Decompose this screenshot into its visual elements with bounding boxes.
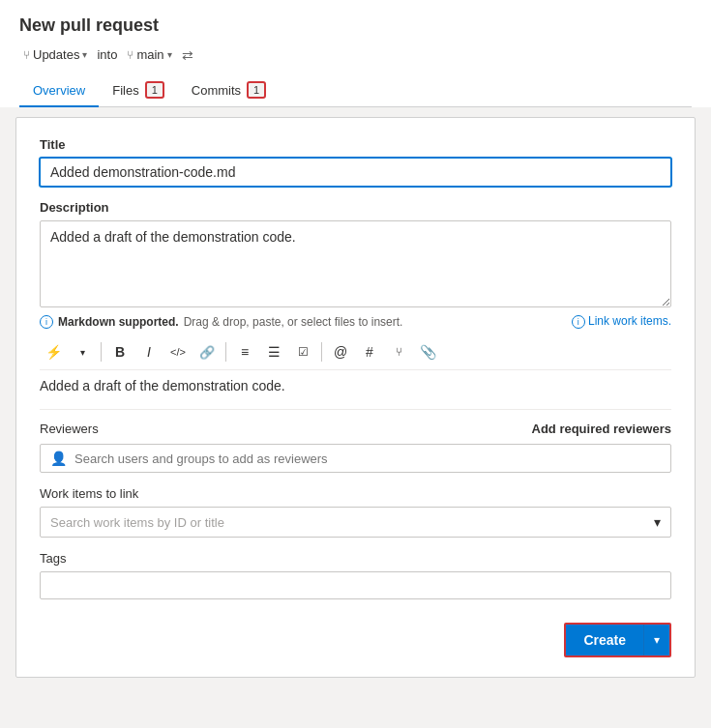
work-items-chevron-icon: ▾ <box>654 514 661 530</box>
work-items-dropdown[interactable]: Search work items by ID or title ▾ <box>40 507 671 538</box>
mention-button[interactable]: @ <box>327 338 354 365</box>
work-items-label: Work items to link <box>40 486 671 501</box>
main-content: Title Description Added a draft of the d… <box>15 117 696 678</box>
source-branch-icon: ⑂ <box>23 48 30 62</box>
bold-button[interactable]: B <box>106 338 133 365</box>
reviewers-label: Reviewers <box>40 422 99 436</box>
ordered-list-button[interactable]: ≡ <box>231 338 258 365</box>
page-title: New pull request <box>19 15 692 36</box>
footer-row: Create ▾ <box>40 623 671 657</box>
tab-files-badge: 1 <box>145 81 164 99</box>
link-button[interactable]: 🔗 <box>193 338 221 365</box>
reviewers-search-row[interactable]: 👤 <box>40 444 671 473</box>
create-button[interactable]: Create <box>566 625 643 655</box>
italic-button[interactable]: I <box>135 338 163 365</box>
tags-input[interactable] <box>40 571 671 599</box>
format-chevron-button[interactable]: ▾ <box>69 338 96 365</box>
into-label: into <box>97 47 117 62</box>
title-input[interactable] <box>40 158 671 187</box>
branch-row: ⑂ Updates ▾ into ⑂ main ▾ ⇄ <box>19 45 692 64</box>
toolbar-separator-2 <box>225 342 226 362</box>
drag-drop-hint: Drag & drop, paste, or select files to i… <box>184 315 403 329</box>
description-textarea[interactable]: Added a draft of the demonstration code. <box>40 220 671 307</box>
tab-files[interactable]: Files 1 <box>99 73 178 106</box>
description-toolbar: ⚡ ▾ B I </> 🔗 ≡ ☰ ☑ @ # ⑂ 📎 <box>40 335 671 370</box>
tab-commits-label: Commits <box>192 83 241 98</box>
target-branch-chevron: ▾ <box>167 49 172 60</box>
tab-overview-label: Overview <box>33 83 85 98</box>
markdown-hint-left: i Markdown supported. Drag & drop, paste… <box>40 315 402 329</box>
tags-label: Tags <box>40 551 671 566</box>
target-branch-label: main <box>136 47 163 62</box>
task-list-button[interactable]: ☑ <box>289 338 316 365</box>
create-dropdown-button[interactable]: ▾ <box>643 625 669 655</box>
add-required-reviewers-link[interactable]: Add required reviewers <box>532 422 672 436</box>
tab-files-label: Files <box>112 83 138 98</box>
section-divider-1 <box>40 409 671 410</box>
target-branch-icon: ⑂ <box>127 48 133 62</box>
title-label: Title <box>40 137 671 152</box>
toolbar-separator-3 <box>321 342 322 362</box>
page-header: New pull request ⑂ Updates ▾ into ⑂ main… <box>0 0 711 107</box>
create-button-group: Create ▾ <box>564 623 671 657</box>
markdown-hint-row: i Markdown supported. Drag & drop, paste… <box>40 314 671 329</box>
source-branch-button[interactable]: ⑂ Updates ▾ <box>19 45 91 64</box>
pull-request-toolbar-icon[interactable]: ⑂ <box>385 338 412 365</box>
unordered-list-button[interactable]: ☰ <box>260 338 287 365</box>
description-preview: Added a draft of the demonstration code. <box>40 378 671 393</box>
reviewers-row: Reviewers Add required reviewers <box>40 422 671 436</box>
markdown-info-icon: i <box>40 315 53 329</box>
tab-commits[interactable]: Commits 1 <box>178 73 280 106</box>
code-button[interactable]: </> <box>164 338 192 365</box>
tab-commits-badge: 1 <box>247 81 266 99</box>
source-branch-chevron: ▾ <box>82 49 87 60</box>
reviewers-search-input[interactable] <box>74 451 661 466</box>
description-label: Description <box>40 200 671 215</box>
target-branch-button[interactable]: ⑂ main ▾ <box>123 45 175 64</box>
source-branch-label: Updates <box>33 47 79 62</box>
attach-button[interactable]: 📎 <box>414 338 441 365</box>
heading-button[interactable]: # <box>356 338 383 365</box>
markdown-supported-label: Markdown supported. <box>58 315 179 329</box>
tabs-row: Overview Files 1 Commits 1 <box>19 73 692 107</box>
work-items-placeholder: Search work items by ID or title <box>50 515 224 530</box>
link-work-items-label: Link work items. <box>588 314 671 328</box>
format-bolt-button[interactable]: ⚡ <box>40 338 67 365</box>
person-search-icon: 👤 <box>50 451 67 466</box>
swap-branches-icon[interactable]: ⇄ <box>182 47 193 63</box>
toolbar-separator-1 <box>101 342 102 362</box>
link-work-items-info-icon: i <box>572 315 585 329</box>
tab-overview[interactable]: Overview <box>19 75 99 107</box>
